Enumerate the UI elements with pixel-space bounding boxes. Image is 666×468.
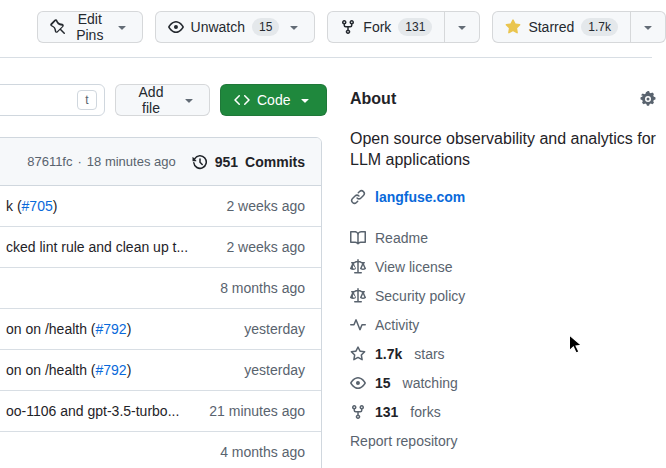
repo-description: Open source observability and analytics … bbox=[350, 128, 656, 170]
unwatch-button[interactable]: Unwatch 15 bbox=[155, 11, 316, 43]
link-icon bbox=[350, 189, 366, 205]
about-item-count: 131 bbox=[375, 404, 398, 420]
about-item[interactable]: 131 forks bbox=[350, 397, 656, 426]
chevron-down-icon bbox=[181, 92, 197, 108]
latest-commit-meta[interactable]: 87611fc · 18 minutes ago bbox=[27, 154, 176, 169]
about-header: About bbox=[350, 90, 656, 108]
add-file-label: Add file bbox=[128, 84, 174, 116]
file-rows: k (#705) 2 weeks ago cked lint rule and … bbox=[0, 186, 321, 468]
file-table: 87611fc · 18 minutes ago 951 Commits k (… bbox=[0, 137, 322, 468]
issue-link[interactable]: #792 bbox=[96, 362, 127, 378]
file-row[interactable]: k (#705) 2 weeks ago bbox=[0, 186, 321, 227]
repo-action-bar: Edit Pins Unwatch 15 Fork 131 Starred 1. bbox=[37, 11, 666, 43]
keyboard-shortcut-hint: t bbox=[77, 90, 97, 110]
history-icon bbox=[192, 154, 208, 170]
watchers-count-badge: 15 bbox=[252, 18, 279, 36]
star-icon bbox=[350, 346, 366, 362]
star-filled-icon bbox=[505, 19, 521, 35]
commit-date: 21 minutes ago bbox=[209, 403, 305, 419]
about-item-count: 15 bbox=[375, 375, 391, 391]
about-item[interactable]: View license bbox=[350, 252, 656, 281]
code-icon bbox=[234, 92, 250, 108]
commits-label: Commits bbox=[245, 154, 305, 170]
about-sidebar: About Open source observability and anal… bbox=[350, 90, 656, 449]
chevron-down-icon bbox=[286, 19, 302, 35]
report-repository-link[interactable]: Report repository bbox=[350, 433, 656, 449]
header-divider bbox=[0, 57, 652, 58]
commit-meta-separator: · bbox=[77, 154, 81, 169]
about-title: About bbox=[350, 90, 396, 108]
edit-pins-label: Edit Pins bbox=[73, 11, 107, 43]
about-item[interactable]: 15 watching bbox=[350, 368, 656, 397]
about-item-label: forks bbox=[410, 404, 440, 420]
file-row[interactable]: 8 months ago bbox=[0, 268, 321, 309]
add-file-button[interactable]: Add file bbox=[115, 84, 210, 116]
commit-date: 8 months ago bbox=[220, 280, 305, 296]
website-row: langfuse.com bbox=[350, 189, 656, 205]
book-icon bbox=[350, 230, 366, 246]
commit-history-link[interactable]: 951 Commits bbox=[192, 154, 305, 170]
eye-icon bbox=[350, 375, 366, 391]
commit-time: 18 minutes ago bbox=[87, 154, 176, 169]
commit-message: k (#705) bbox=[6, 198, 214, 214]
commit-date: 2 weeks ago bbox=[226, 198, 305, 214]
about-item-label: Readme bbox=[375, 230, 428, 246]
fork-icon bbox=[350, 404, 366, 420]
go-to-file-input[interactable]: t bbox=[0, 84, 105, 116]
issue-link[interactable]: #705 bbox=[22, 198, 53, 214]
latest-commit-bar: 87611fc · 18 minutes ago 951 Commits bbox=[0, 138, 321, 186]
code-button[interactable]: Code bbox=[220, 84, 327, 116]
fork-dropdown-button[interactable] bbox=[444, 12, 479, 42]
about-item-label: Activity bbox=[375, 317, 419, 333]
about-item-label: watching bbox=[403, 375, 458, 391]
about-list: Readme View license Security policy Acti… bbox=[350, 223, 656, 426]
commit-date: 4 months ago bbox=[220, 444, 305, 460]
unwatch-label: Unwatch bbox=[191, 19, 245, 35]
about-item-label: stars bbox=[414, 346, 444, 362]
commit-message: oo-1106 and gpt-3.5-turbo... bbox=[6, 403, 197, 419]
pin-icon bbox=[50, 19, 66, 35]
about-item[interactable]: Security policy bbox=[350, 281, 656, 310]
gear-icon[interactable] bbox=[640, 91, 656, 107]
commit-message: on on /health (#792) bbox=[6, 321, 232, 337]
pulse-icon bbox=[350, 317, 366, 333]
file-row[interactable]: on on /health (#792) yesterday bbox=[0, 309, 321, 350]
about-item[interactable]: Readme bbox=[350, 223, 656, 252]
commit-hash[interactable]: 87611fc bbox=[27, 154, 72, 169]
commits-count: 951 bbox=[215, 154, 238, 170]
commit-message: cked lint rule and clean up t... bbox=[6, 239, 214, 255]
commit-date: 2 weeks ago bbox=[226, 239, 305, 255]
website-link[interactable]: langfuse.com bbox=[375, 189, 465, 205]
code-label: Code bbox=[257, 92, 290, 108]
starred-button[interactable]: Starred 1.7k bbox=[493, 12, 630, 42]
chevron-down-icon bbox=[114, 19, 130, 35]
file-row[interactable]: cked lint rule and clean up t... 2 weeks… bbox=[0, 227, 321, 268]
edit-pins-button[interactable]: Edit Pins bbox=[37, 11, 143, 43]
file-row[interactable]: on on /health (#792) yesterday bbox=[0, 350, 321, 391]
forks-count-badge: 131 bbox=[398, 18, 432, 36]
stars-count-badge: 1.7k bbox=[581, 18, 618, 36]
issue-link[interactable]: #792 bbox=[96, 321, 127, 337]
about-item[interactable]: Activity bbox=[350, 310, 656, 339]
about-item[interactable]: 1.7k stars bbox=[350, 339, 656, 368]
about-item-label: View license bbox=[375, 259, 453, 275]
file-row[interactable]: oo-1106 and gpt-3.5-turbo... 21 minutes … bbox=[0, 391, 321, 432]
star-dropdown-button[interactable] bbox=[630, 12, 665, 42]
commit-message: on on /health (#792) bbox=[6, 362, 232, 378]
commit-date: yesterday bbox=[244, 362, 305, 378]
github-repo-page: Edit Pins Unwatch 15 Fork 131 Starred 1. bbox=[0, 0, 666, 468]
star-split-button: Starred 1.7k bbox=[492, 11, 666, 43]
fork-label: Fork bbox=[363, 19, 391, 35]
file-row[interactable]: 4 months ago bbox=[0, 432, 321, 468]
chevron-down-icon bbox=[454, 19, 470, 35]
chevron-down-icon bbox=[640, 19, 656, 35]
fork-button[interactable]: Fork 131 bbox=[328, 12, 444, 42]
law-icon bbox=[350, 288, 366, 304]
fork-icon bbox=[340, 19, 356, 35]
commit-date: yesterday bbox=[244, 321, 305, 337]
starred-label: Starred bbox=[528, 19, 574, 35]
eye-icon bbox=[168, 19, 184, 35]
about-item-label: Security policy bbox=[375, 288, 465, 304]
law-icon bbox=[350, 259, 366, 275]
fork-split-button: Fork 131 bbox=[327, 11, 480, 43]
